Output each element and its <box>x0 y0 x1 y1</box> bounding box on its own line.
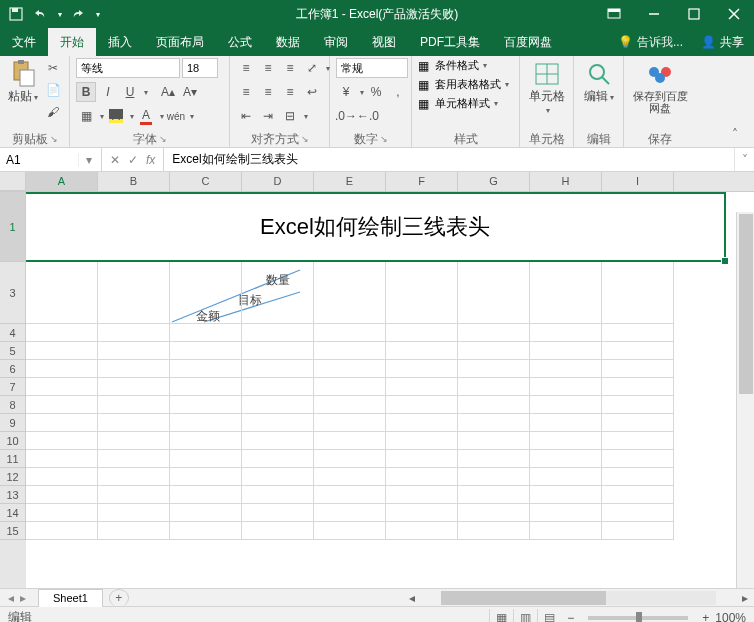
cell[interactable] <box>386 414 458 432</box>
name-box-dropdown[interactable]: ▾ <box>78 153 98 167</box>
cell[interactable] <box>98 486 170 504</box>
page-break-view-icon[interactable]: ▤ <box>537 609 561 623</box>
cell[interactable] <box>98 414 170 432</box>
cell[interactable] <box>386 378 458 396</box>
row-header-4[interactable]: 4 <box>0 324 26 342</box>
decrease-decimal-icon[interactable]: ←.0 <box>358 106 378 126</box>
cell[interactable] <box>386 468 458 486</box>
select-all-corner[interactable] <box>0 172 26 191</box>
cells-button[interactable]: 单元格▾ <box>526 58 567 118</box>
undo-icon[interactable] <box>32 6 48 22</box>
row-header-1[interactable]: 1 <box>0 192 26 262</box>
cell[interactable] <box>602 432 674 450</box>
maximize-icon[interactable] <box>674 0 714 28</box>
cell-styles-button[interactable]: ▦单元格样式▾ <box>418 96 498 111</box>
cell[interactable] <box>458 342 530 360</box>
cell[interactable] <box>530 504 602 522</box>
hscroll-thumb[interactable] <box>441 591 606 605</box>
cell[interactable] <box>314 414 386 432</box>
align-right-icon[interactable]: ≡ <box>280 82 300 102</box>
cell[interactable] <box>242 414 314 432</box>
cell[interactable] <box>602 522 674 540</box>
name-box[interactable]: ▾ <box>0 148 102 171</box>
cell[interactable] <box>386 522 458 540</box>
cell[interactable] <box>26 262 98 324</box>
zoom-out-icon[interactable]: − <box>567 611 574 623</box>
align-center-icon[interactable]: ≡ <box>258 82 278 102</box>
decrease-indent-icon[interactable]: ⇤ <box>236 106 256 126</box>
vscroll-thumb[interactable] <box>739 214 753 394</box>
row-header-6[interactable]: 6 <box>0 360 26 378</box>
page-layout-view-icon[interactable]: ▥ <box>513 609 537 623</box>
cell[interactable] <box>242 522 314 540</box>
cell[interactable] <box>26 378 98 396</box>
cell[interactable] <box>458 432 530 450</box>
cell[interactable] <box>458 360 530 378</box>
format-as-table-button[interactable]: ▦套用表格格式▾ <box>418 77 509 92</box>
row-header-9[interactable]: 9 <box>0 414 26 432</box>
cell[interactable] <box>314 342 386 360</box>
comma-icon[interactable]: , <box>388 82 408 102</box>
zoom-in-icon[interactable]: + <box>702 611 709 623</box>
cell[interactable] <box>26 450 98 468</box>
tab-file[interactable]: 文件 <box>0 28 48 56</box>
border-button[interactable]: ▦ <box>76 106 96 126</box>
cut-icon[interactable]: ✂ <box>43 58 63 78</box>
cell[interactable] <box>386 360 458 378</box>
clipboard-launcher[interactable]: ↘ <box>50 134 58 144</box>
zoom-slider[interactable] <box>588 616 688 620</box>
ribbon-display-icon[interactable] <box>594 0 634 28</box>
cell[interactable] <box>314 396 386 414</box>
cell[interactable] <box>458 468 530 486</box>
cell[interactable] <box>170 450 242 468</box>
cell[interactable] <box>458 522 530 540</box>
cell[interactable] <box>170 522 242 540</box>
cell[interactable] <box>26 468 98 486</box>
cell[interactable] <box>314 432 386 450</box>
increase-font-icon[interactable]: A▴ <box>158 82 178 102</box>
col-header-A[interactable]: A <box>26 172 98 191</box>
cell[interactable] <box>530 360 602 378</box>
save-icon[interactable] <box>8 6 24 22</box>
cell[interactable] <box>170 324 242 342</box>
sheet-tab[interactable]: Sheet1 <box>38 589 103 607</box>
cell[interactable] <box>602 414 674 432</box>
font-name-combo[interactable] <box>76 58 180 78</box>
align-launcher[interactable]: ↘ <box>301 134 309 144</box>
col-header-F[interactable]: F <box>386 172 458 191</box>
name-box-input[interactable] <box>0 153 78 167</box>
tab-data[interactable]: 数据 <box>264 28 312 56</box>
cell[interactable] <box>386 396 458 414</box>
row-header-5[interactable]: 5 <box>0 342 26 360</box>
cell[interactable] <box>242 324 314 342</box>
cell[interactable] <box>314 522 386 540</box>
font-launcher[interactable]: ↘ <box>159 134 167 144</box>
cell[interactable] <box>458 504 530 522</box>
cell[interactable] <box>314 262 386 324</box>
tab-formulas[interactable]: 公式 <box>216 28 264 56</box>
percent-icon[interactable]: % <box>366 82 386 102</box>
cell[interactable] <box>98 468 170 486</box>
cell[interactable] <box>242 342 314 360</box>
bold-button[interactable]: B <box>76 82 96 102</box>
cell[interactable] <box>98 378 170 396</box>
row-header-15[interactable]: 15 <box>0 522 26 540</box>
share-button[interactable]: 👤共享 <box>691 28 754 56</box>
add-sheet-icon[interactable]: + <box>109 589 129 607</box>
row-header-7[interactable]: 7 <box>0 378 26 396</box>
merge-button[interactable]: ⊟ <box>280 106 300 126</box>
cell[interactable] <box>242 432 314 450</box>
cell[interactable] <box>98 396 170 414</box>
cell[interactable] <box>458 450 530 468</box>
cell[interactable] <box>386 432 458 450</box>
col-header-I[interactable]: I <box>602 172 674 191</box>
cell[interactable] <box>26 396 98 414</box>
row-header-12[interactable]: 12 <box>0 468 26 486</box>
cell[interactable] <box>386 504 458 522</box>
cell[interactable] <box>170 486 242 504</box>
cell[interactable] <box>170 360 242 378</box>
cell[interactable] <box>386 450 458 468</box>
cell[interactable] <box>242 360 314 378</box>
decrease-font-icon[interactable]: A▾ <box>180 82 200 102</box>
cell[interactable] <box>602 262 674 324</box>
